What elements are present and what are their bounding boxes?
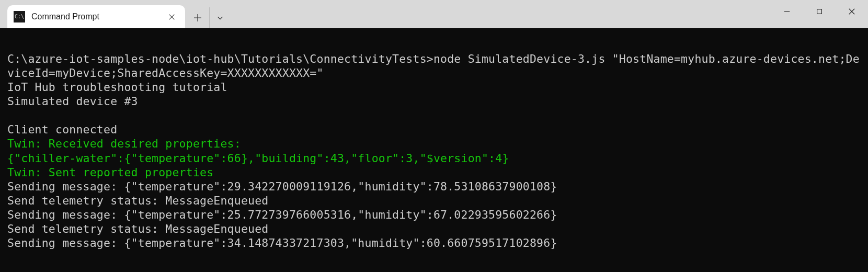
close-icon bbox=[848, 8, 855, 15]
terminal-line: Send telemetry status: MessageEnqueued bbox=[7, 222, 268, 235]
minimize-button[interactable] bbox=[771, 0, 803, 23]
terminal-line: Sending message: {"temperature":29.34227… bbox=[7, 180, 557, 193]
terminal-line: Client connected bbox=[7, 123, 117, 136]
close-icon bbox=[168, 14, 175, 20]
close-tab-button[interactable] bbox=[165, 10, 178, 23]
terminal-icon: C:\ bbox=[14, 11, 25, 22]
tabs-dropdown-button[interactable] bbox=[209, 7, 230, 28]
terminal-line: Twin: Received desired properties: bbox=[7, 137, 241, 150]
terminal-line: Sending message: {"temperature":25.77273… bbox=[7, 208, 557, 221]
terminal-line: IoT Hub troubleshooting tutorial bbox=[7, 81, 227, 94]
minimize-icon bbox=[783, 8, 791, 15]
new-tab-button[interactable] bbox=[187, 7, 208, 28]
close-window-button[interactable] bbox=[836, 0, 868, 23]
maximize-icon bbox=[816, 8, 823, 15]
tab-title: Command Prompt bbox=[31, 12, 159, 21]
terminal-line: Sending message: {"temperature":34.14874… bbox=[7, 236, 557, 250]
maximize-button[interactable] bbox=[803, 0, 836, 23]
terminal-blank bbox=[7, 108, 861, 122]
terminal-line: {"chiller-water":{"temperature":66},"bui… bbox=[7, 152, 509, 165]
chevron-down-icon bbox=[216, 14, 224, 21]
window-controls bbox=[771, 0, 868, 23]
tab-command-prompt[interactable]: C:\ Command Prompt bbox=[7, 5, 185, 28]
terminal-line: Send telemetry status: MessageEnqueued bbox=[7, 194, 268, 207]
terminal-line: Simulated device #3 bbox=[7, 95, 138, 108]
terminal-output[interactable]: C:\azure-iot-samples-node\iot-hub\Tutori… bbox=[0, 28, 868, 272]
titlebar: C:\ Command Prompt bbox=[0, 0, 868, 28]
svg-rect-0 bbox=[817, 9, 822, 14]
terminal-line: Twin: Sent reported properties bbox=[7, 166, 213, 179]
plus-icon bbox=[193, 14, 202, 22]
terminal-line: C:\azure-iot-samples-node\iot-hub\Tutori… bbox=[7, 52, 860, 80]
